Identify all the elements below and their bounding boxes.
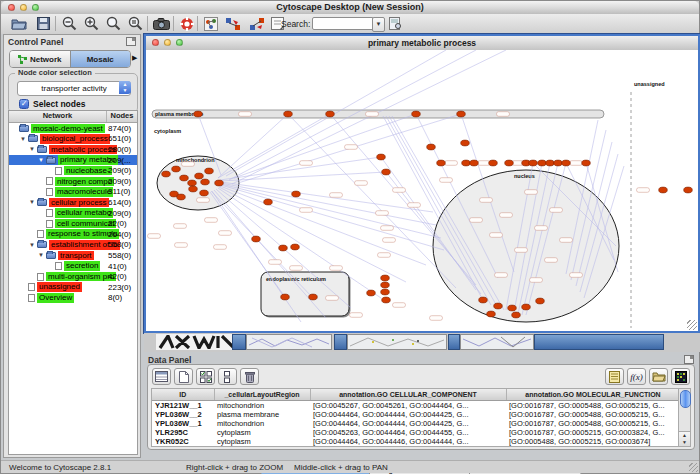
tree-row[interactable]: ▼transport558(0) — [9, 250, 137, 261]
table-cell[interactable]: [GO:0016787, GO:0005488, GO:0005215, G..… — [506, 419, 679, 428]
network-node[interactable] — [195, 173, 204, 179]
table-cell[interactable]: [GO:0044464, GO:0044444, GO:0044425, G..… — [310, 446, 506, 447]
table-column-header[interactable]: annotation.GO MOLECULAR_FUNCTION — [506, 389, 679, 401]
vizmapper-icon[interactable] — [201, 15, 221, 32]
table-row[interactable]: YKR052Ccytoplasm[GO:0044464, GO:0044446,… — [152, 437, 679, 446]
snapshot-icon[interactable] — [151, 15, 171, 32]
search-options-icon[interactable] — [385, 15, 405, 32]
network-node[interactable] — [470, 160, 479, 166]
network-node[interactable] — [326, 111, 335, 117]
select-nodes-checkbox[interactable]: ✓ — [19, 99, 29, 109]
disclosure-triangle-icon[interactable]: ▼ — [20, 136, 28, 142]
table-cell[interactable]: mitochondrion — [214, 446, 310, 447]
network-node[interactable] — [479, 297, 488, 303]
table-column-header[interactable]: annotation.GO CELLULAR_COMPONENT — [310, 389, 506, 401]
network-node[interactable] — [562, 160, 571, 166]
table-cell[interactable]: YKR052C — [152, 437, 214, 446]
table-cell[interactable]: [GO:0044464, GO:0044444, GO:0044425, G..… — [310, 419, 506, 428]
tree-row[interactable]: ▼biological_process651(0) — [9, 134, 137, 145]
table-cell[interactable]: cytoplasm — [214, 428, 310, 437]
network-canvas[interactable]: plasma membranecytoplasmmitochondrionnuc… — [146, 50, 698, 331]
network-node[interactable] — [180, 175, 189, 181]
background-view-thumbnail[interactable] — [460, 334, 534, 350]
table-cell[interactable]: [GO:0045263, GO:0044464, GO:0044455, G..… — [310, 428, 506, 437]
new-attribute-icon[interactable] — [174, 368, 193, 385]
table-cell[interactable]: [GO:0005488, GO:0005215, GO:0003674] — [506, 437, 679, 446]
import-network-icon[interactable] — [223, 15, 243, 32]
disclosure-triangle-icon[interactable]: ▼ — [38, 157, 46, 163]
network-node[interactable] — [659, 187, 668, 193]
network-node[interactable] — [487, 311, 496, 317]
table-cell[interactable]: YPL036W__1 — [152, 419, 214, 428]
export-network-icon[interactable] — [247, 15, 267, 32]
table-cell[interactable]: cytoplasm — [214, 437, 310, 446]
help-ring-icon[interactable] — [177, 15, 197, 32]
delete-attribute-icon[interactable] — [240, 368, 259, 385]
network-node[interactable] — [512, 312, 521, 318]
search-input[interactable] — [312, 17, 374, 30]
network-node[interactable] — [505, 160, 514, 166]
tree-row[interactable]: macromolecule311(0) — [9, 187, 137, 198]
tree-row[interactable]: mosaic-demo-yeast874(0) — [9, 123, 137, 134]
table-cell[interactable]: [GO:0044464, GO:0044444, GO:0044425, G..… — [310, 410, 506, 419]
tree-col-network[interactable]: Network — [9, 111, 107, 122]
network-node[interactable] — [279, 245, 288, 251]
table-cell[interactable]: [GO:0016787, GO:0005488, GO:0005215, G..… — [506, 410, 679, 419]
float-panel-icon[interactable] — [684, 355, 694, 364]
network-node[interactable] — [189, 186, 198, 192]
attribute-table-icon[interactable] — [152, 368, 171, 385]
tree-row[interactable]: ▼cellular process614(0) — [9, 197, 137, 208]
network-node[interactable] — [382, 297, 391, 303]
zoom-in-icon[interactable] — [81, 15, 101, 32]
tree-row[interactable]: ▼metabolic process280(0) — [9, 144, 137, 155]
table-scrollbar[interactable]: ▲▼ — [678, 388, 691, 447]
tree-row[interactable]: nitrogen compo209(0) — [9, 176, 137, 187]
disclosure-triangle-icon[interactable]: ▼ — [29, 242, 37, 248]
network-node[interactable] — [536, 298, 545, 304]
network-node[interactable] — [382, 169, 391, 175]
disclosure-triangle-icon[interactable]: ▼ — [29, 199, 37, 205]
table-cell[interactable]: YLR295C — [152, 428, 214, 437]
network-node[interactable] — [427, 144, 436, 150]
table-cell[interactable]: YJR121W__1 — [152, 401, 214, 411]
import-attributes-icon[interactable] — [649, 368, 668, 385]
network-node[interactable] — [200, 190, 209, 196]
table-row[interactable]: YPL036W__2plasma membrane[GO:0044464, GO… — [152, 410, 679, 419]
network-node[interactable] — [489, 160, 498, 166]
background-window-titlebar[interactable] — [534, 334, 664, 350]
function-builder-icon[interactable]: f(x) — [627, 368, 646, 385]
network-graph[interactable]: plasma membranecytoplasmmitochondrionnuc… — [146, 50, 698, 331]
network-node[interactable] — [201, 179, 210, 185]
open-icon[interactable] — [9, 15, 29, 32]
disclosure-triangle-icon[interactable]: ▼ — [29, 146, 37, 152]
view-titlebar[interactable]: primary metabolic process — [146, 36, 698, 51]
table-column-header[interactable]: _cellularLayoutRegion — [214, 389, 310, 401]
scrollbar-thumb[interactable] — [680, 390, 691, 408]
tree-row[interactable]: unassigned223(0) — [9, 282, 137, 293]
network-node[interactable] — [284, 111, 293, 117]
network-node[interactable] — [367, 290, 376, 296]
network-node[interactable] — [177, 194, 186, 200]
network-node[interactable] — [377, 154, 386, 160]
tree-row[interactable]: nucleobase-209(0) — [9, 165, 137, 176]
unselect-attributes-icon[interactable] — [218, 368, 237, 385]
table-cell[interactable]: [GO:0045267, GO:0045261, GO:0044464, G..… — [310, 401, 506, 411]
table-cell[interactable]: [GO:0044464, GO:0044446, GO:0044444, G..… — [310, 437, 506, 446]
table-row[interactable]: YLR295Ccytoplasm[GO:0045263, GO:0044464,… — [152, 428, 679, 437]
table-cell[interactable]: mitochondrion — [214, 419, 310, 428]
float-panel-icon[interactable] — [126, 37, 136, 46]
table-cell[interactable]: [GO:0016787, GO:0005215, GO:0003824, G..… — [506, 428, 679, 437]
background-window-titlebar[interactable] — [448, 334, 460, 350]
network-node[interactable] — [281, 294, 290, 300]
tree-row[interactable]: cellular metabo209(0) — [9, 208, 137, 219]
tab-network[interactable]: Network — [10, 51, 70, 67]
network-node[interactable] — [412, 111, 421, 117]
network-node[interactable] — [462, 160, 471, 166]
tree-row[interactable]: secretion41(0) — [9, 261, 137, 272]
table-cell[interactable]: [GO:0016787, GO:0005488, GO:0005215, G..… — [506, 446, 679, 447]
network-node[interactable] — [291, 244, 300, 250]
table-cell[interactable]: plasma membrane — [214, 410, 310, 419]
network-node[interactable] — [508, 305, 517, 311]
tree-row[interactable]: ▼primary metabo209(... — [9, 155, 137, 166]
disclosure-triangle-icon[interactable]: ▼ — [38, 252, 46, 258]
